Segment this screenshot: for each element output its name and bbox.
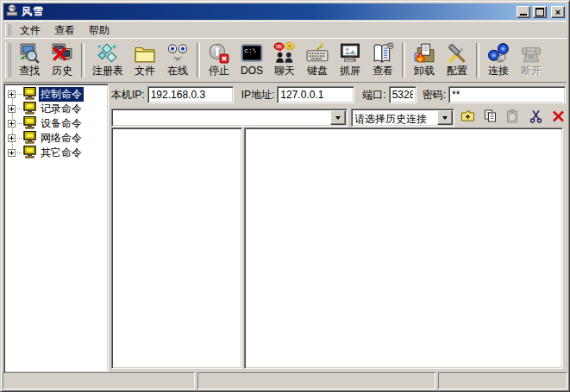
tree-item-label: 控制命令 <box>39 87 84 102</box>
app-window: 风雪 × 文件 查看 帮助 查找 <box>0 0 570 392</box>
toolbar-separator <box>197 43 200 78</box>
eyes-online-icon <box>166 42 189 65</box>
keyboard-button[interactable]: 键盘 <box>301 40 334 80</box>
dos-terminal-icon: c:\ <box>241 42 263 65</box>
toolbar-label: 历史 <box>52 65 72 77</box>
tree-item-device-commands[interactable]: 设备命令 <box>4 116 108 131</box>
menu-bar: 文件 查看 帮助 <box>3 21 567 39</box>
copy-button[interactable] <box>483 110 498 125</box>
address-combobox-arrow[interactable] <box>330 110 346 125</box>
toolbar-label: 聊天 <box>274 65 295 77</box>
connection-row: 本机IP: IP地址: 端口: 密码: <box>111 84 566 105</box>
open-folder-button[interactable] <box>460 110 476 125</box>
history-row: 请选择历史连接 <box>111 108 566 128</box>
delete-button[interactable] <box>551 110 567 125</box>
toolbar-label: 查找 <box>19 65 40 77</box>
computer-node-icon <box>23 116 37 132</box>
menubar-gripper[interactable] <box>5 24 9 36</box>
cut-scissors-icon <box>529 109 543 126</box>
minimize-button[interactable] <box>517 6 530 18</box>
stop-globe-icon <box>208 42 230 65</box>
toolbar-label: 查看 <box>373 65 393 77</box>
toolbar-label: 在线 <box>167 65 188 77</box>
address-combobox[interactable] <box>111 109 348 127</box>
menu-view[interactable]: 查看 <box>47 22 82 40</box>
close-icon: × <box>555 8 561 16</box>
tree-connector <box>17 94 22 95</box>
uninstall-button[interactable]: 卸载 <box>408 40 441 80</box>
app-icon <box>5 3 19 20</box>
online-button[interactable]: 在线 <box>161 40 194 80</box>
output-panel[interactable] <box>244 128 563 369</box>
computer-node-icon <box>23 87 37 103</box>
minimize-icon <box>520 14 527 16</box>
chat-button[interactable]: 聊天 <box>268 40 301 80</box>
port-input[interactable] <box>389 86 417 103</box>
files-button[interactable]: 文件 <box>128 40 161 80</box>
connect-phone-icon <box>487 42 510 65</box>
stop-button[interactable]: 停止 <box>203 40 235 80</box>
menu-help[interactable]: 帮助 <box>82 22 116 40</box>
title-bar[interactable]: 风雪 × <box>3 3 567 20</box>
toolbar-label: 配置 <box>447 65 467 77</box>
cut-button[interactable] <box>528 110 543 125</box>
config-tools-icon <box>446 42 468 65</box>
find-button[interactable]: 查找 <box>13 40 46 80</box>
paste-button <box>505 110 521 125</box>
connect-button[interactable]: 连接 <box>482 40 515 80</box>
tree-item-label: 其它命令 <box>39 146 84 160</box>
expand-plus-icon[interactable] <box>8 90 16 98</box>
computer-node-icon <box>23 146 37 161</box>
toolbar-separator <box>402 43 405 78</box>
history-combobox-arrow[interactable] <box>437 110 453 125</box>
tree-item-network-commands[interactable]: 网络命令 <box>4 131 108 146</box>
toolbar-label: 键盘 <box>307 65 328 77</box>
toolbar-label: 卸载 <box>414 65 435 77</box>
config-button[interactable]: 配置 <box>441 40 473 80</box>
history-button[interactable]: 历史 <box>46 40 78 80</box>
password-input[interactable] <box>448 86 566 103</box>
status-pane-3 <box>438 372 567 389</box>
dos-screen-text: c:\ <box>244 47 256 54</box>
tree-connector <box>17 138 22 139</box>
registry-button[interactable]: 注册表 <box>87 40 128 80</box>
status-pane-1 <box>3 372 195 389</box>
tree-item-label: 网络命令 <box>39 131 84 146</box>
command-list-panel[interactable] <box>111 128 242 369</box>
menu-file[interactable]: 文件 <box>13 22 47 40</box>
view-button[interactable]: 查看 <box>366 40 399 80</box>
view-notebook-icon <box>372 42 394 65</box>
toolbar-label: 停止 <box>209 65 229 77</box>
maximize-button[interactable] <box>533 6 547 18</box>
expand-plus-icon[interactable] <box>8 134 16 142</box>
window-title: 风雪 <box>22 4 514 19</box>
tree-item-other-commands[interactable]: 其它命令 <box>4 146 108 160</box>
ip-input[interactable] <box>277 86 354 103</box>
expand-plus-icon[interactable] <box>8 149 16 157</box>
uninstall-burn-icon <box>413 42 435 65</box>
dos-button[interactable]: c:\ DOS <box>235 40 268 80</box>
ip-label: IP地址: <box>241 88 275 103</box>
capture-button[interactable]: 抓屏 <box>334 40 366 80</box>
paste-icon <box>505 109 520 126</box>
expand-plus-icon[interactable] <box>8 120 16 128</box>
tree-item-record-commands[interactable]: 记录命令 <box>4 102 108 116</box>
chevron-down-icon <box>335 116 341 122</box>
disconnect-phone-icon <box>520 42 542 65</box>
tree-item-label: 记录命令 <box>39 102 84 116</box>
close-button[interactable]: × <box>551 6 565 18</box>
toolbar-gripper[interactable] <box>5 43 9 78</box>
keyboard-icon <box>306 42 329 65</box>
history-combobox[interactable]: 请选择历史连接 <box>351 109 454 127</box>
folder-icon <box>134 42 156 65</box>
copy-icon <box>483 109 498 126</box>
local-ip-input[interactable] <box>147 86 234 103</box>
toolbar: 查找 历史 <box>3 38 567 83</box>
tree-item-control-commands[interactable]: 控制命令 <box>4 87 108 102</box>
tree-connector <box>17 152 22 153</box>
command-tree-panel[interactable]: 控制命令 记录命令 设备命令 网络命令 其它命令 <box>3 84 109 373</box>
expand-plus-icon[interactable] <box>8 105 16 113</box>
status-pane-2 <box>197 372 435 389</box>
computer-delete-icon <box>51 42 73 65</box>
tree-connector <box>17 109 22 109</box>
